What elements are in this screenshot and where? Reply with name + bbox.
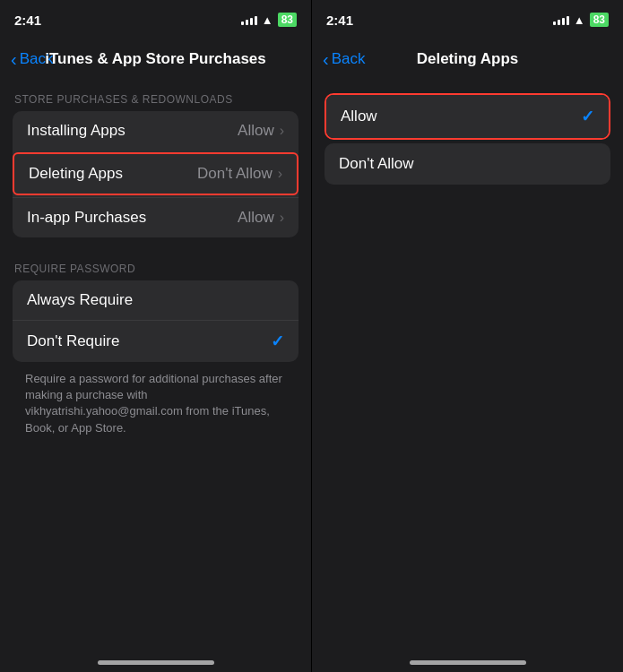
- allow-label: Allow: [341, 108, 377, 125]
- back-chevron-right: ‹: [323, 50, 329, 68]
- nav-bar-left: ‹ Back iTunes & App Store Purchases: [0, 39, 311, 79]
- store-purchases-group: Installing Apps Allow › Deleting Apps Do…: [13, 111, 299, 237]
- status-bar-right: 2:41 ▲ 83: [312, 0, 623, 39]
- allow-row[interactable]: Allow ✓: [326, 95, 609, 138]
- status-icons-left: ▲ 83: [241, 13, 297, 27]
- content-left: STORE PURCHASES & REDOWNLOADS Installing…: [0, 79, 311, 642]
- installing-apps-label: Installing Apps: [27, 122, 125, 140]
- time-right: 2:41: [326, 13, 353, 28]
- signal-bar-r1: [553, 22, 556, 25]
- dont-allow-group: Don't Allow: [324, 143, 610, 185]
- battery-icon-right: 83: [590, 13, 609, 27]
- nav-bar-right: ‹ Back Deleting Apps: [312, 39, 623, 79]
- page-title-left: iTunes & App Store Purchases: [45, 50, 266, 68]
- dont-require-checkmark: ✓: [271, 332, 284, 351]
- back-label-right: Back: [332, 50, 366, 68]
- dont-allow-row[interactable]: Don't Allow: [324, 143, 610, 185]
- signal-icon: [241, 14, 257, 25]
- password-footer-note: Require a password for additional purcha…: [0, 371, 311, 436]
- content-right: Allow ✓ Don't Allow: [312, 79, 623, 642]
- deleting-apps-chevron: ›: [278, 166, 282, 182]
- inapp-purchases-row[interactable]: In-app Purchases Allow ›: [13, 197, 299, 237]
- status-bar-left: 2:41 ▲ 83: [0, 0, 311, 39]
- home-bar-left: [98, 660, 214, 665]
- home-bar-right: [410, 660, 526, 665]
- left-panel: 2:41 ▲ 83 ‹ Back iTunes & App Store Purc…: [0, 0, 311, 672]
- time-left: 2:41: [14, 13, 41, 28]
- signal-bar-4: [255, 16, 257, 25]
- installing-apps-status: Allow: [238, 122, 274, 140]
- signal-bar-r2: [558, 20, 560, 25]
- installing-apps-chevron: ›: [280, 123, 284, 139]
- home-indicator-right: [312, 642, 623, 672]
- dont-require-row[interactable]: Don't Require ✓: [13, 320, 299, 362]
- status-icons-right: ▲ 83: [553, 13, 609, 27]
- signal-bar-r4: [567, 16, 569, 25]
- section-label-store: STORE PURCHASES & REDOWNLOADS: [0, 86, 311, 111]
- dont-require-label: Don't Require: [27, 332, 119, 350]
- back-chevron-left: ‹: [11, 50, 17, 68]
- home-indicator-left: [0, 642, 311, 672]
- installing-apps-row[interactable]: Installing Apps Allow ›: [13, 111, 299, 151]
- inapp-purchases-status: Allow: [238, 209, 274, 227]
- wifi-icon: ▲: [262, 13, 273, 27]
- battery-icon: 83: [278, 13, 297, 27]
- require-password-group: Always Require Don't Require ✓: [13, 280, 299, 362]
- deleting-apps-label: Deleting Apps: [29, 165, 123, 183]
- allow-option-highlighted: Allow ✓: [324, 93, 610, 140]
- deleting-apps-status: Don't Allow: [197, 165, 273, 183]
- deleting-apps-row[interactable]: Deleting Apps Don't Allow ›: [13, 152, 299, 195]
- signal-bar-2: [246, 20, 248, 25]
- inapp-purchases-label: In-app Purchases: [27, 209, 146, 227]
- wifi-icon-right: ▲: [574, 13, 585, 27]
- signal-icon-right: [553, 14, 569, 25]
- installing-apps-value: Allow ›: [238, 122, 284, 140]
- always-require-label: Always Require: [27, 291, 133, 309]
- page-title-right: Deleting Apps: [417, 50, 519, 68]
- right-panel: 2:41 ▲ 83 ‹ Back Deleting Apps Allow ✓: [312, 0, 623, 672]
- inapp-purchases-value: Allow ›: [238, 209, 284, 227]
- signal-bar-1: [241, 22, 244, 25]
- signal-bar-3: [250, 18, 253, 25]
- allow-checkmark: ✓: [581, 107, 594, 126]
- deleting-apps-value: Don't Allow ›: [197, 165, 282, 183]
- inapp-purchases-chevron: ›: [280, 210, 284, 226]
- dont-allow-label: Don't Allow: [339, 155, 414, 173]
- always-require-row[interactable]: Always Require: [13, 280, 299, 320]
- back-button-right[interactable]: ‹ Back: [323, 50, 365, 68]
- signal-bar-r3: [562, 18, 565, 25]
- section-label-password: REQUIRE PASSWORD: [0, 255, 311, 280]
